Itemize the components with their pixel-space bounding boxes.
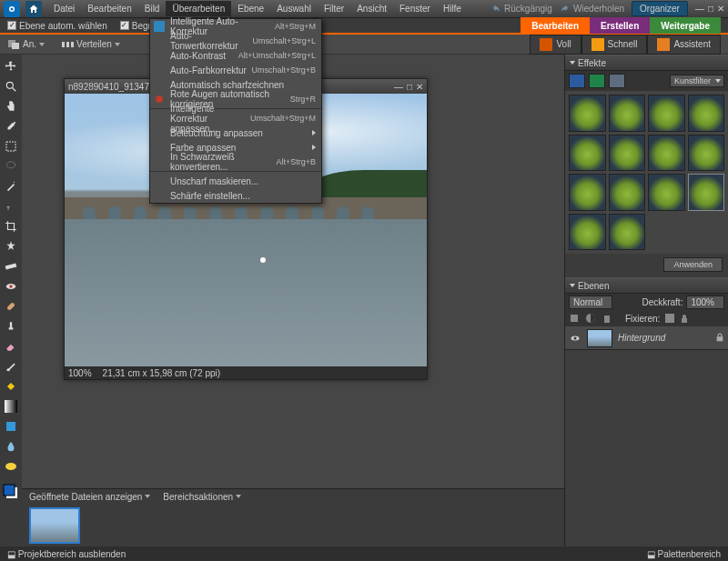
menu-ebene[interactable]: Ebene [231, 1, 270, 16]
minimize-icon[interactable]: — [695, 4, 704, 14]
effect-thumb[interactable] [609, 174, 646, 211]
menu-item[interactable]: Unscharf maskieren... [150, 174, 321, 188]
layer-row[interactable]: Hintergrund [565, 326, 728, 350]
sponge-tool-icon[interactable] [3, 458, 19, 475]
effect-thumb[interactable] [688, 135, 725, 172]
menu-bearbeiten[interactable]: Bearbeiten [81, 1, 137, 16]
shape-tool-icon[interactable] [3, 418, 19, 435]
effect-thumb[interactable] [688, 174, 725, 211]
organizer-button[interactable]: Organizer [632, 1, 688, 16]
apply-effect-button[interactable]: Anwenden [663, 257, 723, 272]
doc-maximize-icon[interactable]: □ [407, 82, 412, 92]
adjustment-layer-icon[interactable] [585, 313, 596, 324]
lasso-tool-icon[interactable] [3, 158, 19, 175]
layers-panel-header[interactable]: Ebenen [565, 277, 728, 294]
menu-bild[interactable]: Bild [138, 1, 167, 16]
delete-layer-icon[interactable] [602, 313, 612, 324]
svg-rect-17 [5, 400, 17, 413]
stamp-tool-icon[interactable] [3, 318, 19, 335]
lock-transparent-icon[interactable] [665, 314, 674, 323]
menu-datei[interactable]: Datei [47, 1, 81, 16]
effect-thumb[interactable] [609, 214, 646, 251]
fx-category-styles-icon[interactable] [589, 74, 605, 88]
fx-category-filters-icon[interactable] [569, 74, 585, 88]
menu-item[interactable]: Schärfe einstellen... [150, 188, 321, 203]
svg-text:T: T [6, 205, 10, 211]
palette-bin[interactable]: ⬓ Palettenbereich [647, 549, 721, 559]
effect-thumb[interactable] [609, 135, 646, 172]
svg-rect-13 [5, 264, 17, 270]
bucket-tool-icon[interactable] [3, 378, 19, 395]
project-bin-thumbnail[interactable] [29, 507, 80, 544]
effects-panel-header[interactable]: Effekte [565, 55, 728, 71]
view-tab-quick[interactable]: Schnell [581, 35, 648, 55]
blur-tool-icon[interactable] [3, 438, 19, 455]
filter-type-dropdown[interactable]: Kunstfilter [670, 75, 724, 87]
menu-ansicht[interactable]: Ansicht [350, 1, 393, 16]
distribute-dropdown[interactable]: Verteilen [61, 39, 120, 50]
menu-item[interactable]: Auto-TonwertkorrekturUmschalt+Strg+L [150, 34, 321, 48]
menu-fenster[interactable]: Fenster [393, 1, 437, 16]
mode-tab-create[interactable]: Erstellen [590, 17, 650, 34]
move-tool-icon[interactable] [3, 58, 19, 75]
crop-tool-icon[interactable] [3, 218, 19, 235]
zoom-tool-icon[interactable] [3, 78, 19, 95]
home-icon[interactable] [25, 1, 42, 17]
view-tab-guided[interactable]: Assistent [647, 35, 721, 55]
eyedropper-tool-icon[interactable] [3, 118, 19, 135]
svg-point-25 [571, 336, 580, 340]
type-tool-icon[interactable]: T [3, 198, 19, 215]
svg-point-14 [6, 284, 16, 289]
cookie-cutter-tool-icon[interactable] [3, 238, 19, 255]
wand-tool-icon[interactable] [3, 178, 19, 195]
redo-button[interactable]: Wiederholen [560, 4, 624, 14]
menu-filter[interactable]: Filter [318, 1, 350, 16]
blend-mode-dropdown[interactable]: Normal [569, 296, 612, 309]
hand-tool-icon[interactable] [3, 98, 19, 115]
marquee-tool-icon[interactable] [3, 138, 19, 155]
close-icon[interactable]: ✕ [717, 4, 724, 14]
eraser-tool-icon[interactable] [3, 338, 19, 355]
effect-thumb[interactable] [569, 174, 606, 211]
straighten-tool-icon[interactable] [3, 258, 19, 275]
effect-thumb[interactable] [688, 95, 725, 132]
menu-item[interactable]: Intelligente Korrektur anpassen...Umscha… [150, 111, 321, 125]
mode-tab-edit[interactable]: Bearbeiten [521, 17, 590, 34]
effect-thumb[interactable] [648, 174, 685, 211]
menu-item[interactable]: In Schwarzweiß konvertieren...Alt+Strg+B [150, 155, 321, 169]
hide-project-bin[interactable]: ⬓ Projektbereich ausblenden [7, 549, 126, 559]
effect-thumb[interactable] [569, 95, 606, 132]
effect-thumb[interactable] [648, 135, 685, 172]
opacity-value[interactable]: 100% [686, 296, 724, 309]
menu-hilfe[interactable]: Hilfe [437, 1, 468, 16]
gradient-tool-icon[interactable] [3, 398, 19, 415]
view-tab-full[interactable]: Voll [530, 35, 581, 55]
undo-button[interactable]: Rückgängig [490, 4, 552, 14]
maximize-icon[interactable]: □ [708, 4, 713, 14]
color-swatch[interactable] [3, 484, 19, 500]
bin-actions-dropdown[interactable]: Bereichsaktionen [163, 492, 241, 502]
new-layer-icon[interactable] [569, 313, 580, 324]
effect-thumb[interactable] [609, 95, 646, 132]
doc-close-icon[interactable]: ✕ [416, 82, 423, 92]
mode-tab-share[interactable]: Weitergabe [650, 17, 721, 34]
lock-all-icon[interactable] [680, 314, 689, 323]
menu-auswahl[interactable]: Auswahl [270, 1, 318, 16]
menu-item[interactable]: Beleuchtung anpassen [150, 125, 321, 140]
auto-select-layer-checkbox[interactable]: ✓Ebene autom. wählen [7, 21, 107, 31]
menu-item[interactable]: Auto-FarbkorrekturUmschalt+Strg+B [150, 63, 321, 77]
effect-thumb[interactable] [569, 135, 606, 172]
menu-item[interactable]: Auto-KontrastAlt+Umschalt+Strg+L [150, 48, 321, 63]
arrange-dropdown[interactable]: An. [7, 39, 45, 50]
effect-thumb[interactable] [569, 214, 606, 251]
brush-tool-icon[interactable] [3, 358, 19, 375]
menu-überarbeiten[interactable]: Überarbeiten [166, 1, 231, 16]
visibility-icon[interactable] [569, 332, 581, 345]
fx-category-effects-icon[interactable] [609, 74, 625, 88]
doc-minimize-icon[interactable]: — [394, 82, 403, 92]
effect-thumb[interactable] [648, 95, 685, 132]
healing-tool-icon[interactable] [3, 298, 19, 315]
redeye-tool-icon[interactable] [3, 278, 19, 295]
zoom-level[interactable]: 100% [68, 368, 92, 378]
open-files-dropdown[interactable]: Geöffnete Dateien anzeigen [29, 492, 150, 502]
